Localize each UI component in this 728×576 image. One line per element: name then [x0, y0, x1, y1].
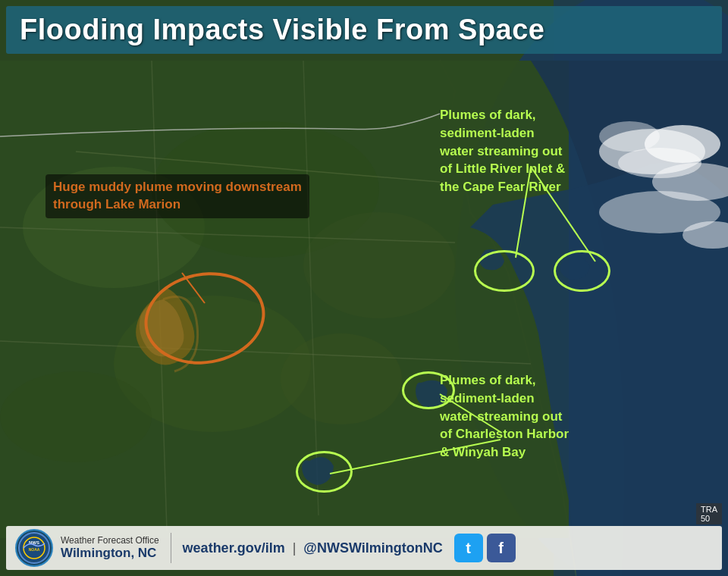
map-background [0, 0, 728, 576]
footer-separator: | [293, 540, 297, 556]
svg-point-8 [0, 371, 152, 462]
corner-badge: TRA50 [696, 503, 722, 524]
circle-winyah [402, 371, 455, 409]
nws-logo: NWS NOAA [15, 529, 53, 567]
twitter-button[interactable]: t [454, 534, 483, 562]
svg-text:NOAA: NOAA [29, 547, 40, 552]
annotation-lake-marion: Huge muddy plume moving downstream throu… [46, 174, 309, 218]
page-title: Flooding Impacts Visible From Space [20, 14, 545, 45]
footer-office: Weather Forecast Office Wilmington, NC [61, 535, 159, 561]
footer-website[interactable]: weather.gov/ilm [183, 540, 285, 556]
footer-office-label: Weather Forecast Office [61, 535, 159, 546]
circle-cape-fear [554, 250, 610, 292]
footer-divider [171, 533, 171, 563]
title-bar: Flooding Impacts Visible From Space [6, 6, 722, 54]
svg-point-18 [599, 121, 660, 152]
footer-twitter-handle[interactable]: @NWSWilmingtonNC [303, 540, 442, 556]
annotation-charleston: Plumes of dark, sediment-laden water str… [440, 371, 569, 462]
footer-office-name: Wilmington, NC [61, 546, 159, 561]
facebook-button[interactable]: f [487, 534, 516, 562]
svg-point-9 [281, 333, 402, 424]
footer-bar: NWS NOAA Weather Forecast Office Wilming… [6, 526, 722, 570]
annotation-little-river: Plumes of dark, sediment-laden water str… [440, 106, 565, 196]
app-container: Flooding Impacts Visible From Space Huge… [0, 0, 728, 576]
twitter-icon: t [466, 540, 471, 557]
circle-little-river [474, 250, 535, 292]
annotation-lake-marion-text: Huge muddy plume moving downstream throu… [53, 180, 302, 211]
facebook-icon: f [498, 540, 504, 557]
circle-charleston [296, 451, 353, 493]
svg-point-6 [303, 212, 455, 318]
social-icons: t f [454, 534, 516, 562]
